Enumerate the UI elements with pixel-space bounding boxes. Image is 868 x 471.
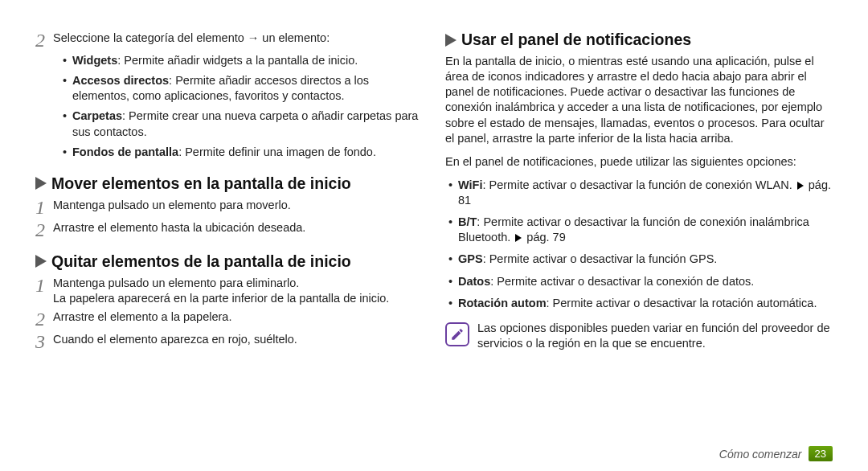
list-item: • WiFi: Permite activar o desactivar la … [448, 178, 833, 208]
step-text: Arrastre el elemento hasta la ubicación … [53, 220, 423, 236]
notification-options-list: • WiFi: Permite activar o desactivar la … [445, 178, 833, 317]
bullet-icon: • [63, 53, 72, 68]
step-text: Seleccione la categoría del elemento → u… [53, 31, 423, 46]
remove-step-1: 1 Mantenga pulsado un elemento para elim… [35, 276, 423, 306]
list-item: • Widgets: Permite añadir widgets a la p… [63, 53, 423, 68]
paragraph: En el panel de notificaciones, puede uti… [445, 154, 833, 170]
list-item: • Carpetas: Permite crear una nueva carp… [63, 109, 423, 139]
paragraph: En la pantalla de inicio, o mientras est… [445, 54, 833, 146]
category-bullets: • Widgets: Permite añadir widgets a la p… [35, 53, 423, 165]
list-item: • B/T: Permite activar o desactivar la f… [448, 215, 833, 245]
section-title: Quitar elementos de la pantalla de inici… [51, 252, 351, 271]
note: Las opciones disponibles pueden variar e… [445, 321, 833, 351]
bullet-icon: • [63, 73, 72, 104]
step-number: 1 [35, 276, 53, 295]
step-number: 3 [35, 332, 53, 351]
note-icon [445, 322, 469, 346]
list-item: • Accesos directos: Permite añadir acces… [63, 73, 423, 104]
list-item: • Fondos de pantalla: Permite definir un… [63, 145, 423, 160]
right-column: Usar el panel de notificaciones En la pa… [445, 31, 833, 471]
step-number: 1 [35, 198, 53, 217]
list-item: • Datos: Permite activar o desactivar la… [448, 274, 833, 289]
section-title: Usar el panel de notificaciones [461, 31, 691, 49]
bullet-icon: • [448, 252, 458, 267]
section-move-elements: Mover elementos en la pantalla de inicio [35, 174, 423, 193]
remove-step-2: 2 Arrastre el elemento a la papelera. [35, 309, 423, 329]
list-item: • GPS: Permite activar o desactivar la f… [448, 252, 833, 267]
step-2: 2 Seleccione la categoría del elemento →… [35, 31, 423, 50]
remove-step-3: 3 Cuando el elemento aparezca en rojo, s… [35, 332, 423, 351]
step-text: Mantenga pulsado un elemento para moverl… [53, 198, 423, 213]
move-step-2: 2 Arrastre el elemento hasta la ubicació… [35, 220, 423, 240]
section-title: Mover elementos en la pantalla de inicio [51, 174, 351, 193]
section-remove-elements: Quitar elementos de la pantalla de inici… [35, 252, 423, 271]
reference-icon [797, 182, 804, 190]
page-number-badge: 23 [809, 446, 833, 461]
section-notification-panel: Usar el panel de notificaciones [445, 31, 833, 49]
manual-page: 2 Seleccione la categoría del elemento →… [0, 0, 868, 471]
chevron-right-icon [35, 255, 47, 268]
step-text: Arrastre el elemento a la papelera. [53, 309, 423, 325]
move-step-1: 1 Mantenga pulsado un elemento para move… [35, 198, 423, 217]
chevron-right-icon [445, 34, 457, 47]
step-text: Cuando el elemento aparezca en rojo, sué… [53, 332, 423, 347]
chevron-right-icon [35, 177, 47, 190]
bullet-icon: • [448, 296, 458, 311]
step-text: Mantenga pulsado un elemento para elimin… [53, 276, 423, 306]
bullet-icon: • [448, 178, 458, 208]
reference-icon [515, 234, 522, 242]
bullet-icon: • [63, 109, 72, 139]
step-number: 2 [35, 220, 53, 240]
step-number: 2 [35, 309, 53, 329]
bullet-icon: • [63, 145, 72, 160]
note-text: Las opciones disponibles pueden variar e… [477, 321, 833, 351]
bullet-icon: • [448, 274, 458, 289]
bullet-icon: • [448, 215, 458, 245]
step-number: 2 [35, 31, 53, 50]
left-column: 2 Seleccione la categoría del elemento →… [35, 31, 423, 471]
list-item: • Rotación autom: Permite activar o desa… [448, 296, 833, 311]
page-footer: Cómo comenzar 23 [719, 446, 833, 461]
footer-section-name: Cómo comenzar [719, 448, 802, 461]
